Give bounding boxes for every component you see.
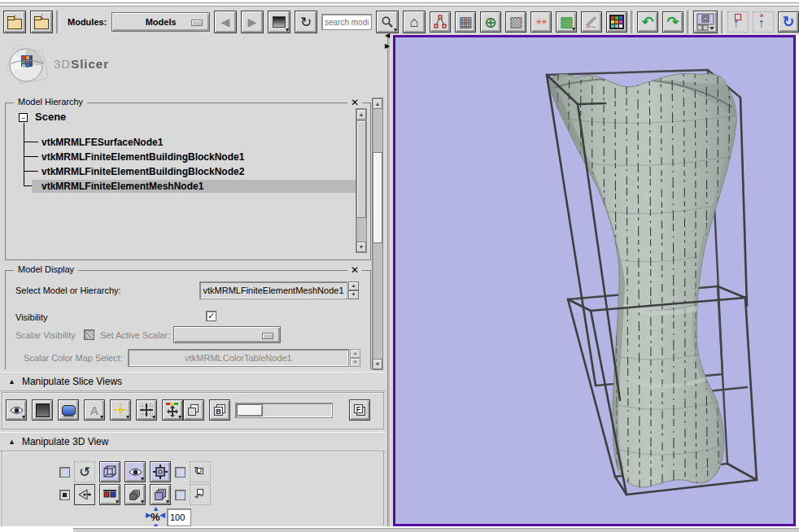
view3d-header[interactable]: ▲ Manipulate 3D View	[0, 432, 386, 451]
close-icon[interactable]: ✕	[347, 97, 362, 108]
select-model-spinner[interactable]: ▲ ▼	[348, 281, 359, 299]
scalar-color-map-spinner[interactable]: ▲ ▼	[350, 349, 360, 367]
layout-chooser-button[interactable]	[693, 11, 718, 33]
sash-collapse-left-icon[interactable]: ◀	[385, 32, 390, 39]
look-from-button[interactable]	[74, 484, 95, 505]
data-module-button[interactable]	[430, 11, 451, 33]
tree-scrollbar-thumb[interactable]	[356, 120, 366, 218]
view3d-title: Manipulate 3D View	[22, 436, 109, 447]
panel-sash[interactable]: ◀ ▶	[385, 35, 392, 526]
slice-views-title: Manipulate Slice Views	[22, 376, 122, 387]
view-cube-button[interactable]	[99, 461, 120, 482]
spin-up-icon[interactable]: ▲	[350, 349, 360, 358]
set-active-scalar-dropdown[interactable]	[173, 326, 281, 343]
slice-annotation-button[interactable]: A ▾	[84, 399, 105, 421]
volumes-module-button[interactable]: ▦	[455, 11, 476, 33]
spin-view-button[interactable]: ↻	[190, 461, 211, 482]
bottom-strip	[0, 526, 799, 532]
rock-view-button[interactable]: ↶	[190, 484, 211, 505]
module-refresh-button[interactable]: ↻	[295, 11, 317, 33]
tree-node-buildingblock1[interactable]: vtkMRMLFiniteElementBuildingBlockNode1	[41, 150, 244, 164]
layers-icon	[187, 403, 200, 416]
place-fiducial-button[interactable]: ↑	[727, 11, 749, 33]
spin-up-icon[interactable]: ▲	[348, 281, 359, 290]
models-module-button[interactable]: ⊕	[480, 11, 501, 33]
sash-collapse-right-icon[interactable]: ▶	[385, 42, 390, 50]
module-panel-scrollbar[interactable]: ▲ ▼	[372, 98, 383, 370]
viewport-3d[interactable]	[393, 35, 796, 526]
rock-icon: ↶	[194, 488, 207, 501]
layout-icon	[696, 13, 714, 31]
spatial-units-button[interactable]: ▾	[162, 399, 183, 421]
scroll-up-icon[interactable]: ▲	[373, 98, 382, 109]
slice-views-header[interactable]: ▲ Manipulate Slice Views	[0, 372, 386, 391]
visibility-3d-button[interactable]: ▾	[124, 461, 146, 482]
background-layer-button[interactable]: B	[209, 399, 230, 421]
toggle-fg-bg-button[interactable]	[183, 399, 204, 421]
bottom-scrollbar[interactable]	[73, 528, 799, 532]
search-button[interactable]: ▾	[376, 11, 399, 33]
slice-visibility-button[interactable]: ▾	[6, 399, 27, 421]
close-icon[interactable]: ✕	[347, 264, 362, 276]
visibility-checkbox[interactable]: ✓	[206, 311, 216, 321]
rotate-view-button[interactable]: ↺	[74, 461, 95, 482]
stereo-button[interactable]: ▾	[99, 484, 120, 505]
place-fiducial-star-button[interactable]: ✳ ↑	[753, 11, 774, 33]
home-module-button[interactable]: ⌂	[403, 11, 426, 33]
grid-crosshair-button[interactable]: ▾	[136, 399, 157, 421]
rock-enable-checkbox[interactable]	[175, 490, 186, 500]
toolbar-separator	[631, 11, 634, 33]
screen-capture-button[interactable]: ▾	[124, 484, 146, 505]
search-icon	[381, 15, 394, 28]
colors-module-button[interactable]	[606, 11, 627, 33]
module-panel-scrollbar-thumb[interactable]	[373, 152, 382, 243]
tree-node-meshnode-selected[interactable]: vtkMRMLFiniteElementMeshNode1	[32, 180, 359, 193]
hierarchy-tree: − Scene vtkMRMLFESurfaceNode1 vtkMRMLFin…	[9, 108, 354, 255]
spin-enable-checkbox[interactable]	[175, 467, 186, 477]
scroll-down-icon[interactable]: ▼	[373, 359, 382, 369]
scalar-color-map-combobox[interactable]: vtkMRMLColorTableNode1	[128, 349, 349, 367]
crosshair-button[interactable]: ▾	[110, 399, 131, 421]
bone-mesh-render	[395, 37, 793, 524]
load-scene-button[interactable]: ↑	[3, 11, 26, 33]
model-hierarchy-panel: Model Hierarchy ✕ − Scene vtkMRMLFESurfa…	[5, 102, 371, 260]
foreground-layer-button[interactable]: F	[349, 399, 370, 421]
search-modules-input[interactable]	[321, 14, 372, 30]
spin-down-icon[interactable]: ▼	[350, 358, 360, 367]
transforms-module-button[interactable]: ▧	[505, 11, 526, 33]
measurements-module-button[interactable]	[581, 11, 602, 33]
tree-expand-toggle[interactable]: −	[19, 113, 28, 122]
look-from-radio[interactable]	[59, 490, 70, 500]
scroll-up-icon[interactable]: ▲	[356, 109, 366, 120]
zoom-value-input[interactable]	[167, 508, 191, 526]
tree-node-fesurface[interactable]: vtkMRMLFESurfaceNode1	[41, 136, 163, 149]
module-forward-button[interactable]: ▶	[241, 11, 264, 33]
tree-root-scene[interactable]: Scene	[35, 110, 66, 123]
refresh-icon: ↻	[782, 13, 794, 31]
stack-frames-button[interactable]: ▾	[150, 484, 171, 505]
tree-node-buildingblock2[interactable]: vtkMRMLFiniteElementBuildingBlockNode2	[41, 165, 244, 178]
redo-button[interactable]: ↷	[662, 11, 683, 33]
slice-viewer-color-button[interactable]	[58, 399, 79, 421]
view3d-frame: S I R L P A ↺ ▾ ↻	[2, 451, 384, 532]
screen-refresh-button[interactable]: ↻	[778, 11, 799, 33]
scalar-visibility-checkbox[interactable]	[84, 329, 94, 340]
select-model-combobox[interactable]: vtkMRMLFiniteElementMeshNode1	[199, 281, 347, 299]
tree-scrollbar[interactable]: ▲ ▼	[356, 108, 367, 253]
fade-slider-handle[interactable]	[237, 404, 263, 416]
module-back-button[interactable]: ◀	[214, 11, 237, 33]
center-view-button[interactable]	[150, 461, 171, 482]
slice-interpolation-button[interactable]	[32, 399, 53, 421]
undo-button[interactable]: ↶	[637, 11, 658, 33]
save-scene-button[interactable]: ↓	[30, 11, 53, 33]
editor-module-button[interactable]: ▩ ▾	[556, 11, 577, 33]
scalar-color-map-label: Scalar Color Map Select:	[24, 353, 123, 363]
rotate-enable-checkbox[interactable]	[59, 467, 70, 477]
fade-slider[interactable]	[235, 403, 333, 418]
scroll-down-icon[interactable]: ▼	[356, 242, 366, 252]
letter-a-icon: A	[90, 403, 99, 417]
spin-down-icon[interactable]: ▼	[348, 290, 359, 299]
fiducials-module-button[interactable]: ✳✳	[530, 11, 552, 33]
module-history-button[interactable]: ▾	[268, 11, 290, 33]
modules-dropdown[interactable]: Models	[111, 12, 210, 32]
